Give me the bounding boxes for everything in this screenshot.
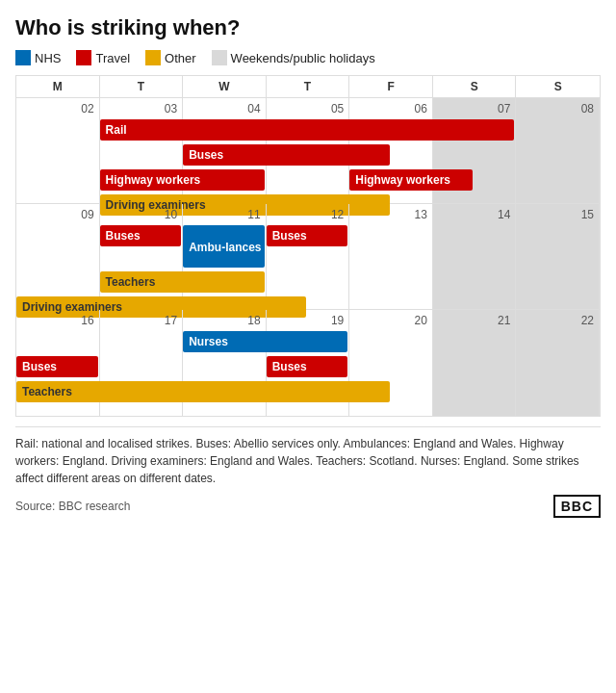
date-09: 09 bbox=[18, 206, 97, 221]
legend-other-label: Other bbox=[165, 51, 196, 65]
date-17: 17 bbox=[102, 312, 181, 327]
date-16: 16 bbox=[18, 312, 97, 327]
buses-bar-w2b: Buses bbox=[267, 225, 348, 246]
day-13: 13 bbox=[349, 204, 433, 309]
date-15: 15 bbox=[518, 206, 597, 221]
date-22: 22 bbox=[518, 312, 597, 327]
date-12: 12 bbox=[269, 206, 347, 221]
chart-container: M T W T F S S 02 03 04 05 06 07 08 bbox=[15, 75, 601, 417]
legend-nhs-label: NHS bbox=[35, 51, 61, 65]
legend: NHS Travel Other Weekends/public holiday… bbox=[15, 50, 601, 65]
nhs-swatch bbox=[15, 50, 31, 65]
date-10: 10 bbox=[102, 206, 181, 221]
day-header-f: F bbox=[349, 76, 433, 97]
day-12: 12 bbox=[267, 204, 350, 309]
week-2: 09 10 11 12 13 14 15 Buses Ambu-lances B… bbox=[16, 204, 600, 310]
ambulances-bar: Ambu-lances bbox=[183, 225, 265, 268]
date-13: 13 bbox=[351, 206, 430, 221]
day-header-w: W bbox=[183, 76, 267, 97]
day-21: 21 bbox=[433, 310, 517, 416]
date-19: 19 bbox=[269, 312, 347, 327]
date-20: 20 bbox=[351, 312, 430, 327]
date-14: 14 bbox=[435, 206, 514, 221]
date-21: 21 bbox=[435, 312, 514, 327]
buses-bar-w1: Buses bbox=[183, 144, 389, 166]
date-05: 05 bbox=[269, 100, 347, 116]
nurses-bar: Nurses bbox=[183, 331, 347, 352]
date-18: 18 bbox=[185, 312, 264, 327]
day-22: 22 bbox=[516, 310, 600, 416]
rail-bar: Rail bbox=[100, 119, 515, 141]
legend-weekend-label: Weekends/public holidays bbox=[231, 51, 375, 65]
week-1: 02 03 04 05 06 07 08 Rail Buses High bbox=[16, 98, 600, 204]
day-10: 10 bbox=[100, 204, 184, 309]
date-03: 03 bbox=[102, 100, 181, 116]
day-header-t1: T bbox=[100, 76, 184, 97]
teachers-bar-w2: Teachers bbox=[100, 271, 265, 293]
travel-swatch bbox=[76, 50, 91, 65]
footnote: Rail: national and localised strikes. Bu… bbox=[15, 426, 601, 487]
legend-weekend: Weekends/public holidays bbox=[212, 50, 375, 65]
highway-bar-1: Highway workers bbox=[100, 169, 265, 191]
day-header-t2: T bbox=[267, 76, 350, 97]
other-swatch bbox=[145, 50, 161, 65]
day-header-m: M bbox=[16, 76, 100, 97]
chart-title: Who is striking when? bbox=[15, 15, 601, 40]
date-04: 04 bbox=[185, 100, 264, 116]
buses-bar-w2a: Buses bbox=[100, 225, 182, 246]
buses-bar-w3a: Buses bbox=[16, 356, 98, 377]
day-headers-row: M T W T F S S bbox=[16, 76, 600, 98]
day-14: 14 bbox=[433, 204, 517, 309]
date-08: 08 bbox=[518, 100, 597, 116]
weekend-swatch bbox=[212, 50, 227, 65]
day-15: 15 bbox=[516, 204, 600, 309]
teachers-bar-w3: Teachers bbox=[16, 381, 390, 402]
date-07: 07 bbox=[435, 100, 514, 116]
bbc-logo: BBC bbox=[553, 495, 601, 518]
source-row: Source: BBC research BBC bbox=[15, 495, 601, 518]
day-09: 09 bbox=[16, 204, 100, 309]
highway-bar-2: Highway workers bbox=[349, 169, 473, 191]
legend-other: Other bbox=[145, 50, 196, 65]
day-header-s1: S bbox=[433, 76, 517, 97]
date-11: 11 bbox=[185, 206, 264, 221]
day-08: 08 bbox=[516, 98, 600, 203]
date-06: 06 bbox=[351, 100, 430, 116]
legend-nhs: NHS bbox=[15, 50, 61, 65]
legend-travel: Travel bbox=[76, 50, 130, 65]
date-02: 02 bbox=[18, 100, 97, 116]
day-header-s2: S bbox=[516, 76, 600, 97]
day-02: 02 bbox=[16, 98, 100, 203]
week-3: 16 17 18 19 20 21 22 Nurses Buses Buses bbox=[16, 310, 600, 416]
source-text: Source: BBC research bbox=[15, 500, 130, 513]
legend-travel-label: Travel bbox=[95, 51, 130, 65]
buses-bar-w3b: Buses bbox=[267, 356, 348, 377]
